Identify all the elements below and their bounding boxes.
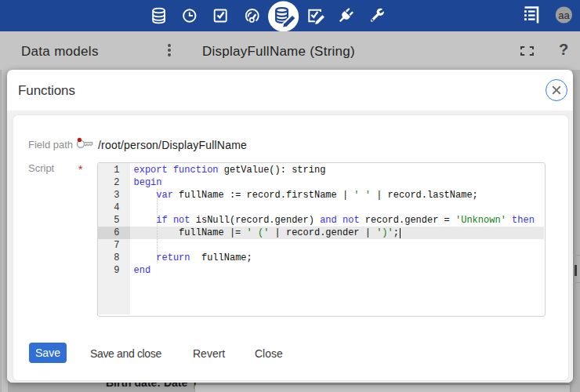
svg-text:aa: aa	[558, 9, 570, 21]
